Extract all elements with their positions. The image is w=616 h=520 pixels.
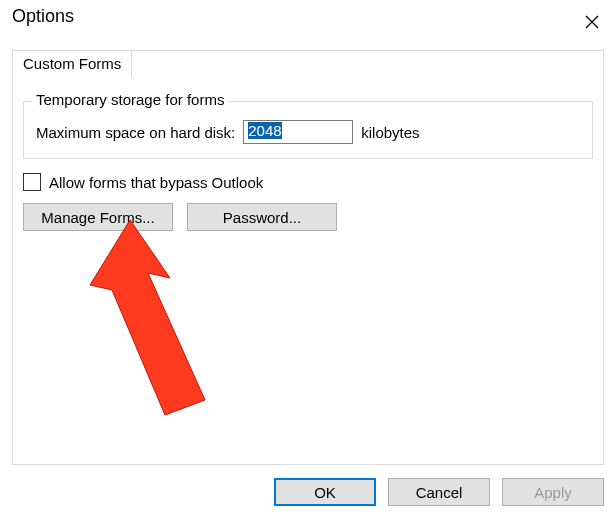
cancel-label: Cancel bbox=[416, 484, 463, 501]
close-icon bbox=[585, 15, 599, 29]
bypass-row: Allow forms that bypass Outlook bbox=[23, 173, 593, 191]
max-space-row: Maximum space on hard disk: 2048 kilobyt… bbox=[36, 120, 580, 144]
bypass-label: Allow forms that bypass Outlook bbox=[49, 174, 263, 191]
max-space-unit: kilobytes bbox=[361, 124, 419, 141]
temporary-storage-group: Temporary storage for forms Maximum spac… bbox=[23, 101, 593, 159]
dialog-body: Custom Forms Temporary storage for forms… bbox=[12, 50, 604, 465]
ok-label: OK bbox=[314, 484, 336, 501]
bypass-checkbox[interactable] bbox=[23, 173, 41, 191]
apply-label: Apply bbox=[534, 484, 572, 501]
apply-button[interactable]: Apply bbox=[502, 478, 604, 506]
max-space-input[interactable]: 2048 bbox=[243, 120, 353, 144]
window-title: Options bbox=[12, 6, 74, 27]
manage-forms-label: Manage Forms... bbox=[41, 209, 154, 226]
titlebar: Options bbox=[0, 0, 616, 40]
tab-content: Temporary storage for forms Maximum spac… bbox=[23, 91, 593, 454]
password-button[interactable]: Password... bbox=[187, 203, 337, 231]
action-bar: OK Cancel Apply bbox=[274, 478, 604, 506]
cancel-button[interactable]: Cancel bbox=[388, 478, 490, 506]
password-label: Password... bbox=[223, 209, 301, 226]
tab-custom-forms[interactable]: Custom Forms bbox=[12, 50, 132, 78]
ok-button[interactable]: OK bbox=[274, 478, 376, 506]
max-space-label: Maximum space on hard disk: bbox=[36, 124, 235, 141]
close-button[interactable] bbox=[576, 6, 608, 38]
group-legend: Temporary storage for forms bbox=[32, 91, 228, 108]
tab-label: Custom Forms bbox=[23, 55, 121, 72]
manage-forms-button[interactable]: Manage Forms... bbox=[23, 203, 173, 231]
form-buttons-row: Manage Forms... Password... bbox=[23, 203, 593, 231]
